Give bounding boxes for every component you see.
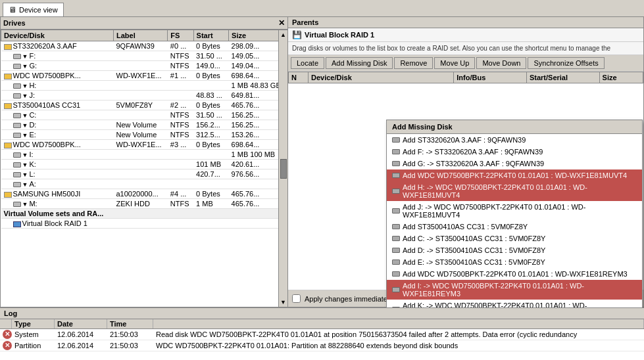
drives-row[interactable]: ▼A: xyxy=(1,179,287,189)
locate-button[interactable]: Locate xyxy=(291,57,324,69)
dropdown-item[interactable]: Add ST3500410AS CC31 : 5VM0FZ8Y xyxy=(387,221,642,233)
drives-cell-name: ST3500410AS CC31 xyxy=(1,101,114,110)
drives-row[interactable]: ▼D:New VolumeNTFS156.2...156.25... xyxy=(1,120,287,130)
raid-title-row: 💾 Virtual Block RAID 1 xyxy=(288,28,643,42)
raid-col-device: Device/Disk xyxy=(309,72,454,83)
parents-header: Parents xyxy=(288,17,643,28)
dropdown-item[interactable]: Add E: -> ST3500410AS CC31 : 5VM0FZ8Y xyxy=(387,256,642,268)
drives-cell-fs xyxy=(168,219,193,229)
drives-cell-start: 48.83 ... xyxy=(193,91,228,101)
raid-col-size: Size xyxy=(599,72,643,83)
drives-cell-start: 31.50 ... xyxy=(193,110,228,120)
dropdown-item[interactable]: Add WDC WD7500BPKT-22PK4T0 01.01A01 : WD… xyxy=(387,268,642,280)
log-col-type: Type xyxy=(12,319,55,328)
disk-icon-small xyxy=(392,259,400,265)
drives-row[interactable]: WDC WD7500BPK...WD-WXF1E...#1 ...0 Bytes… xyxy=(1,71,287,81)
disk-icon-small xyxy=(392,307,400,307)
drives-row[interactable]: ▼K:101 MB420.61... xyxy=(1,160,287,169)
dropdown-item[interactable]: Add D: -> ST3500410AS CC31 : 5VM0FZ8Y xyxy=(387,244,642,256)
drives-cell-label xyxy=(114,179,168,189)
drives-cell-start xyxy=(193,179,228,189)
raid-column-headers: N Device/Disk Info/Bus Start/Serial Size xyxy=(289,72,643,83)
drives-row[interactable]: ▼J:48.83 ...649.81... xyxy=(1,91,287,101)
sync-offsets-button[interactable]: Synchronize Offsets xyxy=(528,57,604,69)
drives-row[interactable]: ▼I:1 MB 100 MB xyxy=(1,150,287,160)
drives-cell-fs xyxy=(168,160,193,169)
log-col-date: Date xyxy=(55,319,107,328)
drives-cell-label xyxy=(114,91,168,101)
log-header: Log xyxy=(0,308,644,319)
scroll-down-button[interactable]: ▼ xyxy=(280,299,286,305)
dropdown-item[interactable]: Add H: -> WDC WD7500BPKT-22PK4T0 01.01A0… xyxy=(387,181,642,201)
drives-row[interactable]: ST3500410AS CC315VM0FZ8Y#2 ...0 Bytes465… xyxy=(1,101,287,110)
apply-immediately-checkbox[interactable] xyxy=(292,294,301,303)
dropdown-item[interactable]: Add G: -> ST3320620A 3.AAF : 9QFAWN39 xyxy=(387,158,642,169)
drives-cell-label: New Volume xyxy=(114,130,168,140)
drives-cell-start: 312.5... xyxy=(193,130,228,140)
drives-data-table: Device/Disk Label FS Start Size ST332062… xyxy=(1,30,287,229)
drives-row[interactable]: SAMSUNG HM500JIa10020000...#4 ...0 Bytes… xyxy=(1,189,287,199)
drives-row[interactable]: ▼L:420.7...976.56... xyxy=(1,169,287,179)
drives-row[interactable]: ▼F:NTFS31.50 ...149.05... xyxy=(1,51,287,61)
dropdown-item[interactable]: Add WDC WD7500BPKT-22PK4T0 01.01A01 : WD… xyxy=(387,169,642,181)
dropdown-item[interactable]: Add F: -> ST3320620A 3.AAF : 9QFAWN39 xyxy=(387,146,642,158)
drives-cell-fs: NTFS xyxy=(168,61,193,71)
drives-cell-name: ST3320620A 3.AAF xyxy=(1,41,114,51)
drives-cell-start: 0 Bytes xyxy=(193,101,228,110)
drives-cell-start xyxy=(193,219,228,229)
drives-row[interactable]: ▼E:New VolumeNTFS312.5...153.26... xyxy=(1,130,287,140)
drives-cell-start: 0 Bytes xyxy=(193,189,228,199)
drives-cell-label xyxy=(114,150,168,160)
move-down-button[interactable]: Move Down xyxy=(476,57,526,69)
dropdown-item[interactable]: Add ST3320620A 3.AAF : 9QFAWN39 xyxy=(387,134,642,146)
dropdown-item[interactable]: Add K: -> WDC WD7500BPKT-22PK4T0 01.01A0… xyxy=(387,300,642,307)
drives-cell-start: 101 MB xyxy=(193,160,228,169)
drives-table: Device/Disk Label FS Start Size ST332062… xyxy=(1,30,287,307)
drives-row[interactable]: ▼H:1 MB 48.83 GB xyxy=(1,81,287,91)
device-view-tab[interactable]: 🖥 Device view xyxy=(3,3,64,16)
drives-row[interactable]: ▼C:NTFS31.50 ...156.25... xyxy=(1,110,287,120)
disk-icon-small xyxy=(392,248,400,253)
main-container: 🖥 Device view Drives ✕ Device/Disk Label… xyxy=(0,0,644,360)
drives-row[interactable]: ST3320620A 3.AAF9QFAWN39#0 ...0 Bytes298… xyxy=(1,41,287,51)
drives-row[interactable]: Virtual Block RAID 1 xyxy=(1,219,287,229)
add-missing-disk-dropdown: Add Missing Disk Add ST3320620A 3.AAF : … xyxy=(386,120,643,307)
dropdown-item[interactable]: Add C: -> ST3500410AS CC31 : 5VM0FZ8Y xyxy=(387,233,642,244)
drives-cell-label: 9QFAWN39 xyxy=(114,41,168,51)
drives-cell-label: 5VM0FZ8Y xyxy=(114,101,168,110)
close-drives-button[interactable]: ✕ xyxy=(278,18,285,28)
monitor-icon: 🖥 xyxy=(9,5,16,14)
drives-cell-name: Virtual Volume sets and RA... xyxy=(1,209,287,219)
drives-cell-fs: #0 ... xyxy=(168,41,193,51)
drives-cell-label xyxy=(114,51,168,61)
scroll-up-button[interactable]: ▲ xyxy=(280,32,286,38)
drives-cell-start: 0 Bytes xyxy=(193,71,228,81)
scroll-thumb[interactable] xyxy=(280,159,287,179)
log-time: 21:50:03 xyxy=(107,330,153,339)
log-entries: ✕ System 12.06.2014 21:50:03 Read disk W… xyxy=(0,329,644,360)
drives-cell-fs: NTFS xyxy=(168,110,193,120)
col-start: Start xyxy=(193,30,228,41)
drives-cell-fs: NTFS xyxy=(168,130,193,140)
drives-cell-label: New Volume xyxy=(114,120,168,130)
drives-row[interactable]: Virtual Volume sets and RA... xyxy=(1,209,287,219)
drives-row[interactable]: ▼G:NTFS149.0...149.04... xyxy=(1,61,287,71)
raid-col-start: Start/Serial xyxy=(526,72,599,83)
drives-cell-name: ▼H: xyxy=(1,81,114,91)
log-date: 12.06.2014 xyxy=(55,330,107,339)
log-time: 21:50:03 xyxy=(107,341,153,350)
log-type: Partition xyxy=(12,341,55,350)
drives-row[interactable]: WDC WD7500BPK...WD-WXF1E...#3 ...0 Bytes… xyxy=(1,140,287,150)
add-missing-disk-button[interactable]: Add Missing Disk xyxy=(326,57,393,69)
dropdown-item[interactable]: Add J: -> WDC WD7500BPKT-22PK4T0 01.01A0… xyxy=(387,201,642,221)
drives-row[interactable]: ▼M:ZEKI HDDNTFS1 MB465.76... xyxy=(1,199,287,209)
dropdown-title: Add Missing Disk xyxy=(387,120,642,134)
drives-cell-fs xyxy=(168,179,193,189)
dropdown-item[interactable]: Add I: -> WDC WD7500BPKT-22PK4T0 01.01A0… xyxy=(387,280,642,300)
drives-cell-start xyxy=(193,150,228,160)
move-up-button[interactable]: Move Up xyxy=(434,57,475,69)
drives-cell-name: SAMSUNG HM500JI xyxy=(1,189,114,199)
remove-button[interactable]: Remove xyxy=(394,57,433,69)
disk-icon-small xyxy=(392,189,400,194)
drives-cell-start: 0 Bytes xyxy=(193,41,228,51)
